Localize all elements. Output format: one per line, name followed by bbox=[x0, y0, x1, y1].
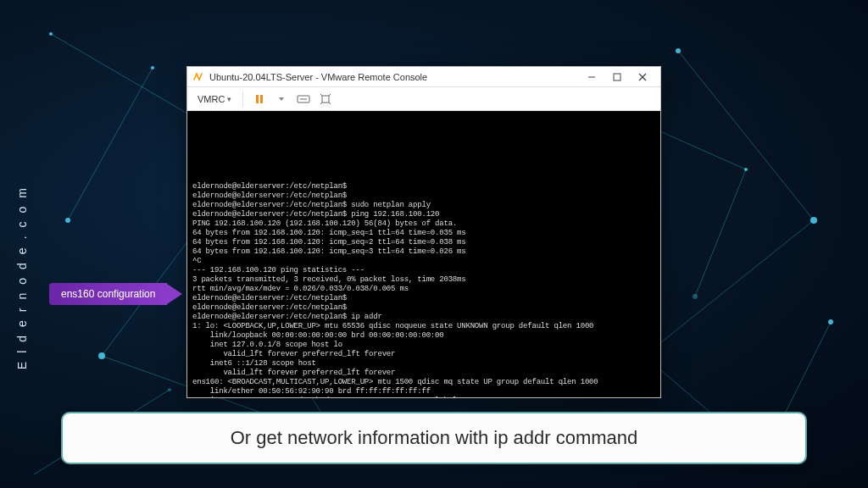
terminal-line: link/ether 00:50:56:92:90:90 brd ff:ff:f… bbox=[192, 387, 655, 396]
terminal-line: 64 bytes from 192.168.100.120: icmp_seq=… bbox=[192, 247, 655, 257]
callout-arrow-icon bbox=[167, 284, 182, 304]
caption-banner: Or get network information with ip addr … bbox=[61, 412, 807, 464]
send-cad-button[interactable] bbox=[295, 91, 312, 108]
terminal-line: inet 127.0.0.1/8 scope host lo bbox=[192, 341, 655, 350]
svg-line-35 bbox=[320, 94, 322, 96]
terminal-line: eldernode@elderserver:/etc/netplan$ bbox=[192, 182, 655, 191]
svg-point-13 bbox=[98, 352, 105, 359]
caption-text: Or get network information with ip addr … bbox=[231, 427, 638, 449]
svg-line-5 bbox=[644, 220, 814, 356]
terminal-line: link/loopback 00:00:00:00:00:00 brd 00:0… bbox=[192, 331, 655, 341]
terminal-line: inet6 ::1/128 scope host bbox=[192, 359, 655, 369]
svg-rect-30 bbox=[256, 95, 259, 103]
maximize-button[interactable] bbox=[604, 68, 630, 86]
brand-watermark: Eldernode.com bbox=[15, 180, 29, 369]
svg-rect-31 bbox=[260, 95, 263, 103]
svg-line-4 bbox=[678, 51, 814, 220]
terminal-line: ens160: <BROADCAST,MULTICAST,UP,LOWER_UP… bbox=[192, 378, 655, 387]
minimize-button[interactable] bbox=[579, 68, 604, 86]
svg-point-20 bbox=[744, 168, 748, 171]
terminal-line: eldernode@elderserver:/etc/netplan$ bbox=[192, 294, 655, 303]
window-title: Ubuntu-20.04LTS-Server - VMware Remote C… bbox=[209, 72, 579, 82]
svg-rect-34 bbox=[322, 96, 329, 103]
svg-point-25 bbox=[151, 66, 154, 69]
terminal-line: eldernode@elderserver:/etc/netplan$ sudo… bbox=[192, 201, 655, 210]
svg-point-16 bbox=[810, 217, 817, 224]
terminal-line: 64 bytes from 192.168.100.120: icmp_seq=… bbox=[192, 238, 655, 247]
terminal-line: --- 192.168.100.120 ping statistics --- bbox=[192, 266, 655, 275]
callout-label: ens160 configuration bbox=[49, 283, 167, 305]
vmrc-toolbar: VMRC bbox=[187, 87, 660, 111]
svg-line-36 bbox=[329, 94, 331, 96]
power-dropdown-icon[interactable] bbox=[273, 91, 290, 108]
vmrc-menu-label: VMRC bbox=[198, 94, 225, 104]
close-button[interactable] bbox=[630, 68, 655, 86]
pause-button[interactable] bbox=[251, 91, 268, 108]
svg-rect-27 bbox=[614, 74, 620, 80]
svg-point-22 bbox=[828, 319, 833, 324]
svg-point-15 bbox=[49, 32, 53, 36]
terminal-output[interactable]: eldernode@elderserver:/etc/netplan$elder… bbox=[187, 111, 660, 397]
vmware-console-window: Ubuntu-20.04LTS-Server - VMware Remote C… bbox=[186, 66, 661, 398]
vmware-icon bbox=[192, 71, 204, 83]
svg-line-37 bbox=[320, 103, 322, 104]
svg-point-19 bbox=[676, 48, 681, 53]
terminal-line: ^C bbox=[192, 257, 655, 266]
svg-point-23 bbox=[168, 388, 171, 391]
terminal-line: eldernode@elderserver:/etc/netplan$ ip a… bbox=[192, 313, 655, 322]
terminal-line: valid_lft forever preferred_lft forever bbox=[192, 369, 655, 378]
window-titlebar[interactable]: Ubuntu-20.04LTS-Server - VMware Remote C… bbox=[187, 67, 660, 87]
terminal-line: 1: lo: <LOOPBACK,UP,LOWER_UP> mtu 65536 … bbox=[192, 322, 655, 331]
terminal-line: rtt min/avg/max/mdev = 0.026/0.033/0.038… bbox=[192, 285, 655, 294]
vmrc-menu[interactable]: VMRC bbox=[194, 92, 235, 106]
terminal-line: PING 192.168.100.120 (192.168.100.120) 5… bbox=[192, 219, 655, 229]
svg-line-38 bbox=[329, 103, 331, 104]
terminal-line: eldernode@elderserver:/etc/netplan$ ping… bbox=[192, 210, 655, 219]
terminal-line: eldernode@elderserver:/etc/netplan$ bbox=[192, 191, 655, 201]
toolbar-divider bbox=[242, 92, 243, 107]
terminal-line: eldernode@elderserver:/etc/netplan$ bbox=[192, 303, 655, 313]
terminal-line: inet 192.168.100.120/24 brd 192.168.100.… bbox=[192, 396, 655, 397]
svg-line-9 bbox=[695, 169, 746, 297]
svg-point-21 bbox=[693, 294, 698, 299]
fullscreen-button[interactable] bbox=[317, 91, 334, 108]
terminal-line: valid_lft forever preferred_lft forever bbox=[192, 350, 655, 359]
svg-point-24 bbox=[65, 218, 70, 223]
terminal-line: 64 bytes from 192.168.100.120: icmp_seq=… bbox=[192, 229, 655, 238]
terminal-line: 3 packets transmitted, 3 received, 0% pa… bbox=[192, 275, 655, 285]
svg-line-11 bbox=[68, 68, 153, 220]
annotation-callout: ens160 configuration bbox=[49, 283, 182, 305]
